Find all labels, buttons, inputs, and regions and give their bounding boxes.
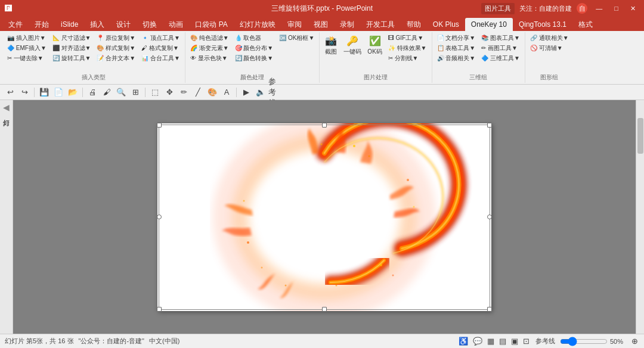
btn-text-color[interactable]: A: [220, 86, 233, 99]
btn-redo[interactable]: ↪: [18, 86, 31, 99]
tab-islide[interactable]: iSlide: [55, 18, 84, 31]
btn-guide[interactable]: 参考线: [268, 86, 281, 99]
btn-format-paint[interactable]: 🖌: [100, 86, 113, 99]
accessibility-icon[interactable]: ♿: [457, 337, 469, 346]
tab-transition[interactable]: 切换: [137, 18, 163, 31]
btn-border-ref[interactable]: 📋 表格工具▼: [435, 44, 478, 53]
comment-icon[interactable]: 💬: [472, 337, 484, 346]
slides-label: 幻灯片: [1, 112, 12, 117]
panel-toggle-arrow[interactable]: ◀: [3, 102, 10, 112]
minimize-button[interactable]: —: [592, 5, 606, 12]
btn-screenshot[interactable]: 📸 截图: [322, 33, 340, 57]
tab-pocketanim[interactable]: 口袋动 PA: [189, 18, 233, 31]
view-reading-icon[interactable]: ▣: [510, 337, 519, 346]
btn-color-pick[interactable]: 💧 取色器: [233, 33, 276, 43]
btn-ok-color[interactable]: 🆗 OK相框▼: [277, 33, 317, 43]
tab-format[interactable]: 格式: [572, 18, 599, 31]
btn-special-effect[interactable]: ✨ 特殊效果▼: [386, 44, 429, 53]
group-shape-content: 🔗 通联相关▼ 🚫 可清辅▼: [528, 33, 571, 72]
btn-size-filter[interactable]: 📐 尺寸适滤▼: [50, 33, 94, 43]
btn-grid[interactable]: ⊞: [129, 86, 142, 99]
zoom-slider[interactable]: [560, 337, 608, 346]
tab-onekey[interactable]: OneKey 10: [465, 18, 513, 31]
btn-print[interactable]: 🖨: [86, 86, 99, 99]
tab-animation[interactable]: 动画: [163, 18, 189, 31]
tab-view[interactable]: 视图: [308, 18, 334, 31]
canvas-area[interactable]: [13, 100, 636, 334]
btn-line[interactable]: ╱: [191, 86, 205, 99]
btn-clearness[interactable]: 🚫 可清辅▼: [528, 44, 571, 53]
tab-record[interactable]: 录制: [334, 18, 360, 31]
tab-qingtools[interactable]: QingTools 13.1: [513, 18, 572, 31]
scroll-thumb[interactable]: [637, 118, 643, 154]
btn-play[interactable]: ▶: [240, 86, 253, 99]
tab-review[interactable]: 审阅: [281, 18, 308, 31]
btn-color-show[interactable]: 👁 显示色块▼: [188, 54, 231, 63]
slide-canvas[interactable]: [157, 123, 491, 311]
btn-align-filter[interactable]: ⬛ 对齐适滤▼: [50, 44, 94, 53]
btn-style-copy[interactable]: 🎨 样式复制▼: [94, 44, 138, 53]
image-col: 🎞 GIF工具▼ ✨ 特殊效果▼ ✂ 分割线▼: [386, 33, 429, 63]
maximize-button[interactable]: □: [611, 5, 622, 12]
btn-image-book[interactable]: 📚 图表工具▼: [479, 33, 522, 43]
tab-design[interactable]: 设计: [110, 18, 137, 31]
btn-save[interactable]: 💾: [38, 86, 51, 99]
right-scrollbar[interactable]: [636, 100, 644, 334]
tab-okplus[interactable]: OK Plus: [427, 18, 465, 31]
screenshot-icon: 📸: [325, 35, 337, 48]
tab-help[interactable]: 帮助: [401, 18, 427, 31]
btn-new[interactable]: 📄: [52, 86, 65, 99]
btn-point-tool[interactable]: 🔹 顶点工具▼: [139, 33, 182, 43]
3d-col2: 📚 图表工具▼ ✏ 画图工具▼ 🔷 三维工具▼: [479, 33, 522, 63]
btn-draw-book[interactable]: ✏ 画图工具▼: [479, 44, 522, 53]
view-slideshow-icon[interactable]: ⊡: [522, 337, 531, 346]
tab-slideshow[interactable]: 幻灯片放映: [234, 18, 281, 31]
image-tools-label: 图片工具: [481, 3, 515, 14]
btn-screenshot-label: 截图: [325, 48, 337, 56]
tab-insert[interactable]: 插入: [84, 18, 110, 31]
btn-format-copy2[interactable]: 🖌 格式复制▼: [139, 44, 182, 53]
btn-pure-color[interactable]: 🎨 纯色适滤▼: [188, 33, 231, 43]
view-outline-icon[interactable]: ▤: [498, 337, 507, 346]
btn-merge-table[interactable]: 📊 合台工具▼: [139, 54, 182, 63]
zoom-level: 参考线: [533, 337, 558, 346]
btn-cut-divide[interactable]: ✂ 分割线▼: [386, 54, 429, 63]
tab-file[interactable]: 文件: [2, 18, 29, 31]
btn-open[interactable]: 📂: [66, 86, 79, 99]
btn-rotate-tool[interactable]: 🔄 旋转工具▼: [50, 54, 94, 63]
tab-dev[interactable]: 开发工具: [360, 18, 401, 31]
close-button[interactable]: ✕: [627, 5, 639, 13]
btn-gradient-fill[interactable]: 🌈 渐变元素▼: [188, 44, 231, 53]
btn-move[interactable]: ✥: [163, 86, 176, 99]
btn-adjacent[interactable]: 🔗 通联相关▼: [528, 33, 571, 43]
title-right: 图片工具 关注：自建的音建 自 — □ ✕: [481, 3, 639, 14]
svg-point-3: [369, 155, 370, 157]
zoom-percent: 50%: [610, 338, 628, 345]
btn-emf-insert[interactable]: 🔷 EMF插入▼: [5, 44, 49, 53]
view-normal-icon[interactable]: ▦: [486, 337, 496, 346]
btn-zoom-in[interactable]: 🔍: [114, 86, 128, 99]
btn-ok-btn[interactable]: ✅ OK码: [365, 33, 384, 57]
btn-color-picker[interactable]: 🎨: [206, 86, 219, 99]
btn-3d-tool[interactable]: 🔷 三维工具▼: [479, 54, 522, 63]
btn-merge-text[interactable]: 📝 合并文本▼: [94, 54, 138, 63]
btn-one-delete[interactable]: ✂ 一键去除▼: [5, 54, 49, 63]
user-avatar[interactable]: 自: [577, 3, 587, 14]
btn-sound[interactable]: 🔊 音频相关▼: [435, 54, 478, 63]
btn-anchor[interactable]: 📍 原位复制▼: [94, 33, 138, 43]
btn-onekey[interactable]: 🔑 一键码: [341, 33, 364, 57]
btn-gif-tool[interactable]: 🎞 GIF工具▼: [386, 33, 429, 43]
btn-color-split[interactable]: 🎯 颜色分布▼: [233, 44, 276, 53]
btn-insert-image[interactable]: 📷 插入图片▼: [5, 33, 49, 43]
btn-selection[interactable]: ⬚: [148, 86, 162, 99]
fire-ring-image: [157, 123, 491, 311]
btn-undo[interactable]: ↩: [4, 86, 17, 99]
tab-start[interactable]: 开始: [29, 18, 55, 31]
slide-info: 幻灯片 第5张，共 16 张: [5, 337, 74, 346]
btn-pencil[interactable]: ✏: [177, 86, 190, 99]
btn-volume[interactable]: 🔈: [254, 86, 267, 99]
fit-slide-icon[interactable]: ⊕: [630, 337, 639, 346]
btn-color-change[interactable]: 🔄 颜色转换▼: [233, 54, 276, 63]
ribbon-group-3d: 📄 文档分享▼ 📋 表格工具▼ 🔊 音频相关▼ 📚 图表工具▼ ✏ 画图工具▼ …: [432, 32, 525, 83]
btn-doc-tool[interactable]: 📄 文档分享▼: [435, 33, 478, 43]
